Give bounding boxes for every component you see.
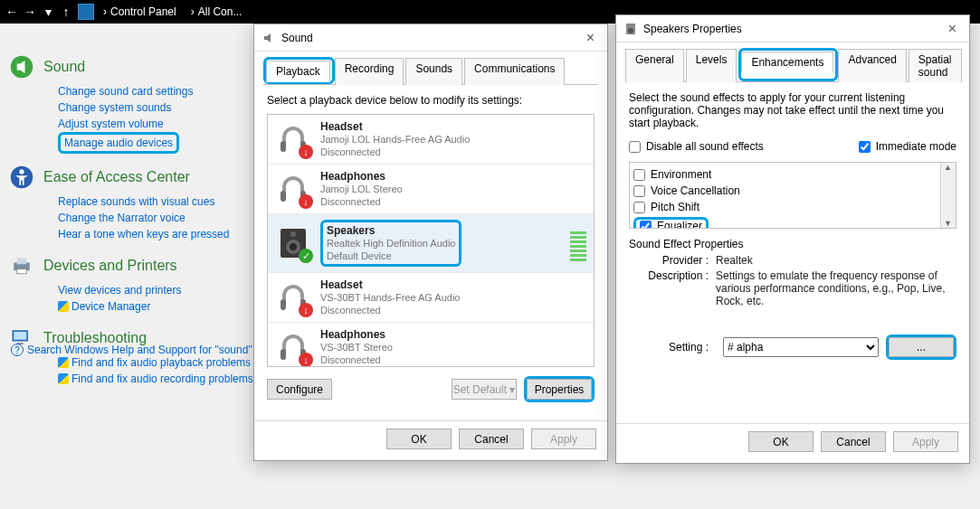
effect-pitch-shift[interactable]: Pitch Shift — [633, 201, 952, 213]
headset-device-icon: ↓ — [275, 121, 311, 157]
nav-back-icon[interactable]: ← — [5, 5, 18, 19]
device-status: Disconnected — [320, 304, 461, 316]
vu-meter — [570, 225, 586, 261]
headset-device-icon: ↓ — [275, 329, 311, 365]
link-fix-playback[interactable]: Find and fix audio playback problems — [58, 354, 253, 371]
highlight-manage-audio: Manage audio devices — [58, 132, 179, 154]
status-badge-icon: ↓ — [299, 194, 313, 209]
tab-sounds[interactable]: Sounds — [405, 58, 462, 85]
setting-select[interactable]: # alpha — [723, 337, 879, 357]
tab-levels[interactable]: Levels — [686, 49, 737, 82]
cancel-button[interactable]: Cancel — [459, 429, 524, 449]
svg-rect-7 — [14, 332, 26, 340]
device-item[interactable]: ↓HeadphonesVS-30BT StereoDisconnected — [268, 323, 594, 367]
speaker-device-icon: ✓ — [275, 225, 311, 261]
highlight-enhancements-tab: Enhancements — [738, 48, 838, 81]
headset-device-icon: ↓ — [275, 171, 311, 207]
immediate-mode-checkbox[interactable]: Immediate mode — [859, 140, 956, 153]
ok-button[interactable]: OK — [386, 429, 452, 449]
status-badge-icon: ↓ — [299, 145, 313, 159]
link-key-tone[interactable]: Hear a tone when keys are pressed — [58, 226, 253, 242]
speaker-icon — [623, 22, 638, 36]
cancel-button[interactable]: Cancel — [821, 431, 886, 452]
help-link[interactable]: ? Search Windows Help and Support for "s… — [11, 344, 252, 356]
tab-communications[interactable]: Communications — [464, 58, 565, 85]
category-title[interactable]: Ease of Access Center — [43, 169, 190, 185]
tab-recording[interactable]: Recording — [335, 58, 404, 85]
link-view-devices[interactable]: View devices and printers — [58, 282, 253, 298]
category-title[interactable]: Devices and Printers — [43, 258, 177, 274]
link-device-manager[interactable]: Device Manager — [58, 298, 253, 315]
nav-up-icon[interactable]: ↑ — [60, 5, 72, 19]
tab-playback[interactable]: Playback — [266, 61, 330, 82]
disable-all-checkbox[interactable]: Disable all sound effects — [629, 140, 764, 153]
ok-button[interactable]: OK — [748, 431, 813, 452]
device-item[interactable]: ↓HeadsetVS-30BT Hands-Free AG AudioDisco… — [268, 273, 594, 323]
setting-more-button[interactable]: ... — [889, 337, 954, 357]
effect-environment[interactable]: Environment — [633, 168, 952, 181]
svg-rect-5 — [17, 269, 27, 274]
effects-list[interactable]: Environment Voice Cancellation Pitch Shi… — [629, 162, 956, 229]
link-fix-recording[interactable]: Find and fix audio recording problems — [58, 371, 253, 387]
highlight-speaker-device: SpeakersRealtek High Definition AudioDef… — [320, 220, 461, 267]
svg-rect-17 — [281, 299, 286, 310]
breadcrumb-segment[interactable]: › Control Panel — [98, 5, 182, 18]
nav-forward-icon[interactable]: → — [24, 5, 36, 19]
link-replace-sounds[interactable]: Replace sounds with visual cues — [58, 193, 253, 210]
tab-spatial-sound[interactable]: Spatial sound — [909, 49, 962, 82]
effect-voice-cancellation[interactable]: Voice Cancellation — [633, 184, 952, 197]
tab-general[interactable]: General — [625, 49, 684, 82]
status-badge-icon: ↓ — [299, 303, 313, 317]
properties-tabs: General Levels Enhancements Advanced Spa… — [625, 48, 960, 82]
device-sub: Realtek High Definition Audio — [327, 237, 455, 250]
breadcrumb-segment[interactable]: › All Con... — [186, 5, 248, 18]
printer-icon — [9, 253, 34, 278]
link-narrator-voice[interactable]: Change the Narrator voice — [58, 210, 253, 226]
sound-tabs: Playback Recording Sounds Communications — [263, 57, 598, 85]
device-text: HeadsetJamoji LOL Hands-Free AG AudioDis… — [320, 120, 470, 158]
highlight-playback-tab: Playback — [263, 57, 335, 84]
playback-device-list[interactable]: ↓HeadsetJamoji LOL Hands-Free AG AudioDi… — [267, 114, 595, 367]
device-title: Headphones — [320, 170, 403, 183]
link-change-sound-card[interactable]: Change sound card settings — [58, 83, 253, 99]
link-change-system-sounds[interactable]: Change system sounds — [58, 99, 253, 116]
category-title[interactable]: Sound — [43, 59, 85, 75]
device-status: Default Device — [327, 250, 455, 262]
ease-of-access-icon — [9, 165, 34, 190]
tab-enhancements[interactable]: Enhancements — [741, 52, 833, 73]
device-text: SpeakersRealtek High Definition AudioDef… — [320, 220, 461, 267]
device-item[interactable]: ↓HeadphonesJamoji LOL StereoDisconnected — [268, 165, 594, 214]
close-icon[interactable]: × — [943, 21, 962, 37]
tab-advanced[interactable]: Advanced — [838, 49, 906, 82]
description-label: Description : — [629, 269, 716, 307]
effect-equalizer[interactable]: Equalizer — [640, 220, 702, 229]
apply-button[interactable]: Apply — [893, 431, 958, 452]
speaker-icon — [9, 54, 34, 80]
speakers-properties-dialog: Speakers Properties × General Levels Enh… — [615, 14, 970, 464]
properties-button[interactable]: Properties — [527, 379, 592, 400]
device-title: Headset — [320, 278, 461, 291]
svg-point-16 — [290, 231, 296, 237]
scrollbar[interactable] — [940, 163, 956, 228]
svg-point-22 — [628, 28, 633, 33]
nav-dropdown-icon[interactable]: ▾ — [42, 5, 54, 19]
device-status: Disconnected — [320, 195, 403, 208]
link-manage-audio-devices[interactable]: Manage audio devices — [64, 135, 173, 151]
description-value: Settings to emulate the frequency respon… — [716, 269, 956, 307]
set-default-button[interactable]: Set Default ▾ — [452, 379, 517, 400]
link-adjust-volume[interactable]: Adjust system volume — [58, 116, 253, 132]
status-badge-icon: ↓ — [299, 353, 313, 367]
instruction-text: Select the sound effects to apply for yo… — [629, 91, 956, 129]
svg-point-2 — [19, 169, 24, 174]
status-badge-icon: ✓ — [299, 249, 313, 263]
close-icon[interactable]: × — [581, 30, 600, 46]
highlight-equalizer: Equalizer — [633, 217, 709, 229]
control-panel-icon — [78, 4, 94, 20]
device-item[interactable]: ↓HeadsetJamoji LOL Hands-Free AG AudioDi… — [268, 115, 594, 165]
svg-rect-19 — [281, 349, 286, 360]
apply-button[interactable]: Apply — [531, 429, 596, 449]
device-title: Headset — [320, 120, 470, 133]
device-item[interactable]: ✓SpeakersRealtek High Definition AudioDe… — [268, 214, 594, 273]
highlight-dots: ... — [886, 335, 956, 360]
configure-button[interactable]: Configure — [267, 379, 332, 400]
